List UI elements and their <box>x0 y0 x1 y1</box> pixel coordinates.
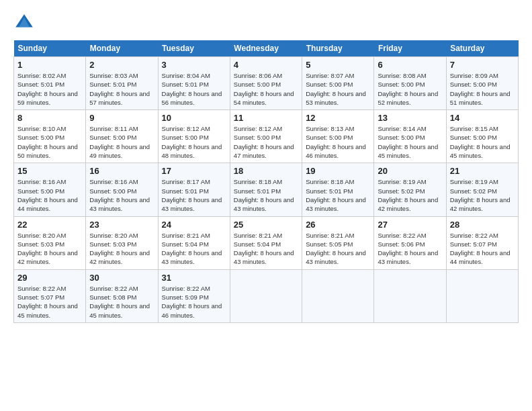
day-number: 24 <box>162 220 226 230</box>
calendar-cell <box>302 269 374 322</box>
daylight-label: Daylight: 8 hours and 43 minutes. <box>89 196 150 212</box>
daylight-label: Daylight: 8 hours and 49 minutes. <box>89 143 150 159</box>
calendar-cell: 2 Sunrise: 8:03 AM Sunset: 5:01 PM Dayli… <box>86 57 158 110</box>
cell-info: Sunrise: 8:21 AM Sunset: 5:04 PM Dayligh… <box>162 231 226 267</box>
sunset-label: Sunset: 5:00 PM <box>17 134 64 141</box>
sunrise-label: Sunrise: 8:14 AM <box>378 125 426 132</box>
cell-info: Sunrise: 8:21 AM Sunset: 5:04 PM Dayligh… <box>234 231 298 267</box>
sunrise-label: Sunrise: 8:21 AM <box>162 232 210 239</box>
day-number: 30 <box>89 273 154 283</box>
day-number: 18 <box>234 166 298 176</box>
calendar-cell: 30 Sunrise: 8:22 AM Sunset: 5:08 PM Dayl… <box>86 269 158 322</box>
cell-info: Sunrise: 8:22 AM Sunset: 5:06 PM Dayligh… <box>378 231 442 267</box>
day-number: 9 <box>89 113 154 123</box>
sunset-label: Sunset: 5:00 PM <box>89 134 136 141</box>
sunrise-label: Sunrise: 8:09 AM <box>450 72 498 79</box>
cell-info: Sunrise: 8:11 AM Sunset: 5:00 PM Dayligh… <box>89 124 154 160</box>
sunset-label: Sunset: 5:00 PM <box>17 187 64 195</box>
logo-icon <box>13 12 35 34</box>
day-number: 26 <box>306 220 370 230</box>
calendar-cell: 4 Sunrise: 8:06 AM Sunset: 5:00 PM Dayli… <box>230 57 302 110</box>
col-header-monday: Monday <box>86 40 158 57</box>
day-number: 10 <box>162 113 226 123</box>
sunrise-label: Sunrise: 8:21 AM <box>306 232 354 239</box>
cell-info: Sunrise: 8:19 AM Sunset: 5:02 PM Dayligh… <box>450 177 515 213</box>
daylight-label: Daylight: 8 hours and 43 minutes. <box>162 249 222 265</box>
day-number: 23 <box>89 220 154 230</box>
sunset-label: Sunset: 5:07 PM <box>450 240 497 248</box>
daylight-label: Daylight: 8 hours and 43 minutes. <box>162 196 222 212</box>
sunrise-label: Sunrise: 8:21 AM <box>234 232 282 239</box>
sunset-label: Sunset: 5:00 PM <box>234 81 281 88</box>
day-number: 6 <box>378 60 442 70</box>
calendar-cell: 13 Sunrise: 8:14 AM Sunset: 5:00 PM Dayl… <box>374 110 446 163</box>
sunrise-label: Sunrise: 8:03 AM <box>89 72 138 79</box>
day-number: 21 <box>450 166 515 176</box>
day-number: 29 <box>17 273 82 283</box>
calendar-cell: 29 Sunrise: 8:22 AM Sunset: 5:07 PM Dayl… <box>14 269 86 322</box>
cell-info: Sunrise: 8:18 AM Sunset: 5:01 PM Dayligh… <box>234 177 298 213</box>
cell-info: Sunrise: 8:12 AM Sunset: 5:00 PM Dayligh… <box>234 124 298 160</box>
calendar-cell: 23 Sunrise: 8:20 AM Sunset: 5:03 PM Dayl… <box>86 216 158 269</box>
calendar-cell: 24 Sunrise: 8:21 AM Sunset: 5:04 PM Dayl… <box>158 216 230 269</box>
sunrise-label: Sunrise: 8:12 AM <box>162 125 210 132</box>
daylight-label: Daylight: 8 hours and 44 minutes. <box>450 249 511 265</box>
cell-info: Sunrise: 8:13 AM Sunset: 5:00 PM Dayligh… <box>306 124 370 160</box>
calendar-cell <box>230 269 302 322</box>
daylight-label: Daylight: 8 hours and 45 minutes. <box>378 143 438 159</box>
sunrise-label: Sunrise: 8:19 AM <box>378 178 426 185</box>
cell-info: Sunrise: 8:22 AM Sunset: 5:07 PM Dayligh… <box>17 284 82 320</box>
sunrise-label: Sunrise: 8:22 AM <box>162 285 210 292</box>
cell-info: Sunrise: 8:19 AM Sunset: 5:02 PM Dayligh… <box>378 177 442 213</box>
sunset-label: Sunset: 5:09 PM <box>162 293 209 301</box>
daylight-label: Daylight: 8 hours and 50 minutes. <box>17 143 78 159</box>
daylight-label: Daylight: 8 hours and 43 minutes. <box>306 196 366 212</box>
cell-info: Sunrise: 8:22 AM Sunset: 5:07 PM Dayligh… <box>450 231 515 267</box>
day-number: 19 <box>306 166 370 176</box>
calendar-cell: 6 Sunrise: 8:08 AM Sunset: 5:00 PM Dayli… <box>374 57 446 110</box>
col-header-tuesday: Tuesday <box>158 40 230 57</box>
cell-info: Sunrise: 8:15 AM Sunset: 5:00 PM Dayligh… <box>450 124 515 160</box>
day-number: 28 <box>450 220 515 230</box>
week-row-1: 1 Sunrise: 8:02 AM Sunset: 5:01 PM Dayli… <box>14 57 519 110</box>
calendar-cell: 20 Sunrise: 8:19 AM Sunset: 5:02 PM Dayl… <box>374 163 446 216</box>
sunset-label: Sunset: 5:00 PM <box>450 81 497 88</box>
sunset-label: Sunset: 5:04 PM <box>234 240 281 248</box>
day-number: 25 <box>234 220 298 230</box>
cell-info: Sunrise: 8:08 AM Sunset: 5:00 PM Dayligh… <box>378 71 442 107</box>
daylight-label: Daylight: 8 hours and 43 minutes. <box>234 196 294 212</box>
calendar-cell <box>374 269 446 322</box>
daylight-label: Daylight: 8 hours and 42 minutes. <box>450 196 511 212</box>
day-number: 5 <box>306 60 370 70</box>
daylight-label: Daylight: 8 hours and 54 minutes. <box>234 90 294 106</box>
daylight-label: Daylight: 8 hours and 53 minutes. <box>306 90 366 106</box>
daylight-label: Daylight: 8 hours and 45 minutes. <box>450 143 511 159</box>
calendar-cell: 7 Sunrise: 8:09 AM Sunset: 5:00 PM Dayli… <box>446 57 518 110</box>
sunrise-label: Sunrise: 8:17 AM <box>162 178 210 185</box>
page: SundayMondayTuesdayWednesdayThursdayFrid… <box>0 0 532 330</box>
calendar-table: SundayMondayTuesdayWednesdayThursdayFrid… <box>13 40 519 323</box>
daylight-label: Daylight: 8 hours and 43 minutes. <box>234 249 294 265</box>
sunrise-label: Sunrise: 8:18 AM <box>306 178 354 185</box>
daylight-label: Daylight: 8 hours and 45 minutes. <box>89 302 150 318</box>
sunrise-label: Sunrise: 8:18 AM <box>234 178 282 185</box>
calendar-cell: 28 Sunrise: 8:22 AM Sunset: 5:07 PM Dayl… <box>446 216 518 269</box>
sunrise-label: Sunrise: 8:16 AM <box>89 178 138 185</box>
logo <box>13 12 38 34</box>
cell-info: Sunrise: 8:18 AM Sunset: 5:01 PM Dayligh… <box>306 177 370 213</box>
col-header-friday: Friday <box>374 40 446 57</box>
calendar-cell: 21 Sunrise: 8:19 AM Sunset: 5:02 PM Dayl… <box>446 163 518 216</box>
day-number: 20 <box>378 166 442 176</box>
sunrise-label: Sunrise: 8:12 AM <box>234 125 282 132</box>
cell-info: Sunrise: 8:22 AM Sunset: 5:09 PM Dayligh… <box>162 284 226 320</box>
day-number: 7 <box>450 60 515 70</box>
daylight-label: Daylight: 8 hours and 47 minutes. <box>234 143 294 159</box>
sunrise-label: Sunrise: 8:20 AM <box>89 232 138 239</box>
day-number: 1 <box>17 60 82 70</box>
sunset-label: Sunset: 5:07 PM <box>17 293 64 301</box>
day-number: 3 <box>162 60 226 70</box>
day-number: 15 <box>17 166 82 176</box>
sunset-label: Sunset: 5:00 PM <box>89 187 136 195</box>
calendar-cell: 25 Sunrise: 8:21 AM Sunset: 5:04 PM Dayl… <box>230 216 302 269</box>
sunset-label: Sunset: 5:00 PM <box>306 81 353 88</box>
